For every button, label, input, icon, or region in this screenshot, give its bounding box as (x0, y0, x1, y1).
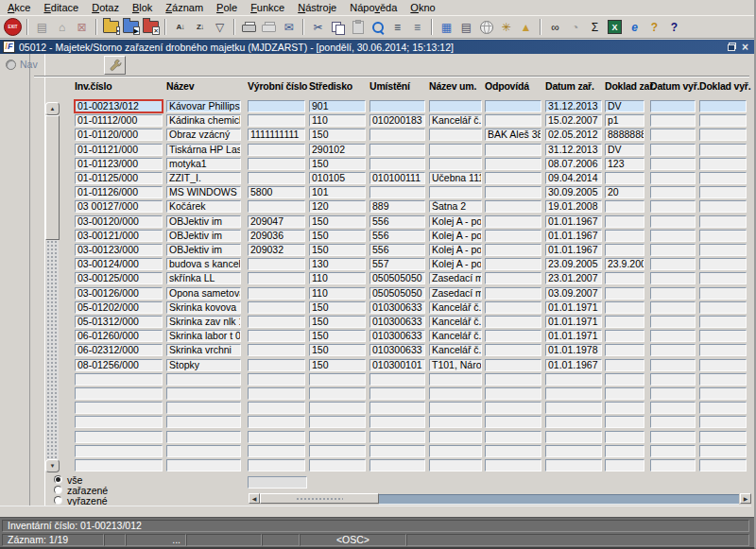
cell-nazev[interactable]: Skrinka vrchni (166, 344, 241, 356)
cell-doklad-vyr[interactable] (699, 100, 747, 112)
cell-vyrobni-cislo[interactable] (248, 387, 305, 400)
menu-editace[interactable]: Editace (38, 1, 86, 14)
cell-odpovida[interactable] (485, 301, 541, 314)
cell-doklad-zar[interactable]: DV (605, 100, 644, 112)
cell-vyrobni-cislo[interactable] (248, 272, 305, 284)
cell-datum-vyr[interactable] (650, 287, 696, 300)
cell-umisteni[interactable] (369, 186, 425, 198)
cell-inv-cislo[interactable]: 03-00126/000 (75, 287, 163, 300)
cell-datum-vyr[interactable] (650, 316, 696, 328)
globe-icon[interactable] (476, 18, 496, 36)
about-help-icon[interactable]: ? (644, 18, 664, 36)
cell-datum-zar[interactable]: 01.01.1971 (545, 301, 602, 314)
cell-doklad-vyr[interactable] (699, 402, 747, 414)
cell-doklad-zar[interactable] (605, 330, 644, 342)
cell-nazev[interactable]: OBJektiv im (166, 244, 241, 256)
cell-umisteni[interactable]: 556 (369, 215, 425, 228)
active-cell-inv-cislo[interactable]: 01-00213/012 (74, 99, 163, 113)
cell-odpovida[interactable] (485, 373, 541, 386)
cell-datum-zar[interactable]: 01.01.1967 (545, 215, 602, 228)
cell-datum-zar[interactable]: 19.01.2008 (545, 200, 602, 213)
cell-doklad-vyr[interactable] (699, 129, 747, 141)
menu-okno[interactable]: Okno (404, 1, 442, 14)
cell-vyrobni-cislo[interactable] (248, 330, 305, 342)
cell-doklad-zar[interactable]: 23.9.2005 (605, 258, 644, 270)
cell-odpovida[interactable] (485, 200, 541, 213)
cell-datum-zar[interactable]: 02.05.2012 (545, 129, 602, 141)
table-horizontal-scrollbar[interactable]: ◀ ▶ (249, 493, 751, 504)
menu-funkce[interactable]: Funkce (245, 1, 292, 14)
cell-inv-cislo[interactable]: 08-01256/000 (75, 359, 163, 371)
cell-datum-zar[interactable] (545, 387, 602, 400)
cell-datum-zar[interactable]: 01.01.1971 (545, 316, 602, 328)
cell-doklad-vyr[interactable] (699, 144, 747, 156)
cell-inv-cislo[interactable]: 03-00123/000 (75, 244, 163, 256)
menu-napoveda[interactable]: Nápověda (344, 1, 404, 14)
cell-doklad-vyr[interactable] (699, 287, 747, 300)
cell-doklad-vyr[interactable] (699, 272, 747, 284)
cell-doklad-vyr[interactable] (699, 459, 747, 472)
cell-odpovida[interactable] (485, 272, 541, 284)
cell-umisteni[interactable] (369, 445, 425, 457)
radio-vyrazene[interactable]: vyřazené (54, 495, 108, 506)
cell-nazev-um[interactable]: Zasedací míst (429, 287, 482, 300)
cell-doklad-zar[interactable] (605, 359, 644, 371)
cell-doklad-vyr[interactable] (699, 186, 747, 198)
cell-vyrobni-cislo[interactable] (248, 172, 305, 184)
cell-nazev-um[interactable]: Zasedací míst (429, 272, 482, 284)
cell-stredisko[interactable]: 150 (309, 344, 366, 356)
cell-doklad-vyr[interactable] (699, 244, 747, 256)
sort-ascending-icon[interactable]: A↓ (170, 18, 190, 36)
cell-vyrobni-cislo[interactable] (248, 373, 305, 386)
cell-umisteni[interactable] (369, 373, 425, 386)
cell-nazev[interactable] (166, 387, 241, 400)
cell-nazev-um[interactable] (429, 416, 482, 428)
cell-doklad-zar[interactable] (605, 287, 644, 300)
cell-stredisko[interactable]: 150 (309, 244, 366, 256)
cell-stredisko[interactable]: 101 (309, 186, 366, 198)
cell-inv-cislo[interactable]: 03-00120/000 (75, 215, 163, 228)
cell-datum-zar[interactable]: 15.02.2007 (545, 114, 602, 127)
close-window-button[interactable]: × (742, 43, 748, 52)
cell-datum-zar[interactable] (545, 416, 602, 428)
cell-stredisko[interactable] (309, 416, 366, 428)
cell-vyrobni-cislo[interactable] (248, 359, 305, 371)
menu-nastroje[interactable]: Nástroje (292, 1, 344, 14)
cell-nazev[interactable]: ZZIT_I. (166, 172, 241, 184)
cell-datum-zar[interactable] (545, 373, 602, 386)
cell-stredisko[interactable]: 150 (309, 301, 366, 314)
cell-stredisko[interactable] (309, 459, 366, 472)
cell-datum-zar[interactable] (545, 459, 602, 472)
cell-nazev-um[interactable]: Kolej A - poko (429, 258, 482, 270)
cell-datum-vyr[interactable] (650, 445, 696, 457)
cell-inv-cislo[interactable]: 05-01312/000 (75, 316, 163, 328)
cell-doklad-vyr[interactable] (699, 158, 747, 170)
glasses-icon[interactable]: ∞ (545, 18, 565, 36)
calendar-icon[interactable]: ▦ (437, 18, 456, 36)
cell-vyrobni-cislo[interactable]: 209047 (248, 215, 305, 228)
cell-doklad-zar[interactable] (605, 272, 644, 284)
cell-umisteni[interactable]: 556 (369, 244, 425, 256)
menu-pole[interactable]: Pole (211, 1, 245, 14)
cell-datum-vyr[interactable] (650, 100, 696, 112)
cell-doklad-vyr[interactable] (699, 316, 747, 328)
cell-nazev-um[interactable] (429, 186, 482, 198)
cell-datum-zar[interactable]: 01.01.1978 (545, 344, 602, 356)
cell-stredisko[interactable]: 290102 (309, 144, 366, 156)
prism-icon[interactable]: ▲ (516, 18, 536, 36)
cell-odpovida[interactable] (485, 215, 541, 228)
cell-inv-cislo[interactable]: 01-01121/000 (75, 144, 163, 156)
print-icon[interactable] (239, 18, 259, 36)
cell-doklad-vyr[interactable] (699, 230, 747, 242)
cell-nazev[interactable] (166, 459, 241, 472)
cell-nazev-um[interactable]: Šatna 2 (429, 200, 482, 213)
cancel-query-icon[interactable]: ✕ (141, 18, 161, 36)
cell-nazev-um[interactable] (429, 144, 482, 156)
cell-inv-cislo[interactable]: 01-01120/000 (75, 129, 163, 141)
footer-field[interactable] (248, 476, 307, 489)
menu-akce[interactable]: Akce (2, 1, 38, 14)
cell-vyrobni-cislo[interactable] (248, 416, 305, 428)
cell-nazev[interactable] (166, 431, 241, 443)
cell-vyrobni-cislo[interactable] (248, 258, 305, 270)
cell-vyrobni-cislo[interactable] (248, 459, 305, 472)
